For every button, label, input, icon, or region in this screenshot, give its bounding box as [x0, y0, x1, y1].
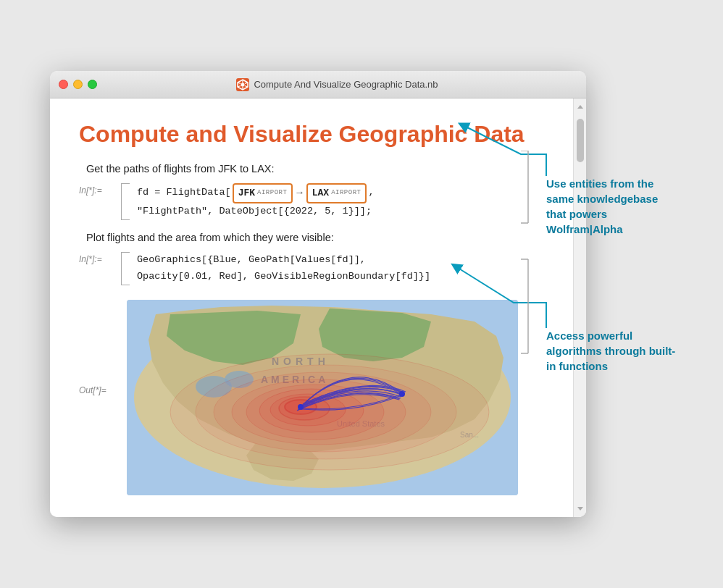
minimize-button[interactable] — [73, 80, 83, 89]
jfk-code: JFK — [238, 185, 255, 201]
wolfram-icon — [236, 78, 249, 91]
text-block-1: Get the paths of flights from JFK to LAX… — [86, 163, 559, 175]
annotations-panel: Use entities from the same knowledgebase… — [535, 71, 680, 516]
annotation-2-text: Access powerful algorithms through built… — [546, 328, 680, 374]
output-row: Out[*]= — [79, 291, 559, 495]
close-button[interactable] — [59, 80, 68, 89]
arrow-right: → — [296, 185, 302, 202]
cell-2-label: In[*]:= — [79, 252, 115, 264]
cell-2: In[*]:= GeoGraphics[{Blue, GeoPath[Value… — [79, 252, 559, 285]
lax-code: LAX — [312, 185, 329, 201]
code-fd-assign: fd = FlightData[ — [137, 185, 231, 201]
annotation-1: Use entities from the same knowledgebase… — [546, 176, 680, 237]
cell-2-line-2: Opacity[0.01, Red], GeoVisibleRegionBoun… — [137, 269, 559, 285]
lax-sub: AIRPORT — [331, 188, 361, 198]
cell-2-bracket — [121, 252, 130, 285]
notebook-window: Compute And Visualize Geographic Data.nb… — [50, 71, 586, 516]
cell-2-code[interactable]: GeoGraphics[{Blue, GeoPath[Values[fd]], … — [137, 252, 559, 285]
maximize-button[interactable] — [88, 80, 97, 89]
notebook-title: Compute and Visualize Geographic Data — [79, 120, 559, 148]
notebook-body: Compute and Visualize Geographic Data Ge… — [50, 98, 586, 516]
jfk-sub: AIRPORT — [257, 188, 287, 198]
cell-2-line-1: GeoGraphics[{Blue, GeoPath[Values[fd]], — [137, 252, 559, 269]
cell-1-row: In[*]:= fd = FlightData[ JFK AIRPORT — [79, 183, 559, 220]
cell-1-code[interactable]: fd = FlightData[ JFK AIRPORT → LAX AIRPO… — [137, 183, 559, 220]
notebook-content[interactable]: Compute and Visualize Geographic Data Ge… — [50, 98, 573, 516]
cell-2-row: In[*]:= GeoGraphics[{Blue, GeoPath[Value… — [79, 252, 559, 285]
svg-point-27 — [298, 404, 304, 410]
window-title: Compute And Visualize Geographic Data.nb — [97, 78, 577, 91]
svg-point-26 — [399, 391, 405, 397]
jfk-entity[interactable]: JFK AIRPORT — [233, 183, 293, 203]
cell-1-bracket — [121, 183, 130, 220]
titlebar: Compute And Visualize Geographic Data.nb — [50, 71, 586, 98]
code-comma: , — [368, 185, 374, 201]
out-label: Out[*]= — [79, 385, 106, 395]
annotation-2: Access powerful algorithms through built… — [546, 328, 680, 374]
svg-point-2 — [241, 83, 245, 86]
code-flight-path: "FlightPath", DateObject[{2022, 5, 1}]]; — [137, 203, 372, 220]
cell-1: In[*]:= fd = FlightData[ JFK AIRPORT — [79, 183, 559, 220]
map-output: NORTH AMERICA United States San... — [127, 300, 518, 495]
code-line-2: "FlightPath", DateObject[{2022, 5, 1}]]; — [137, 203, 559, 220]
cell-1-label: In[*]:= — [79, 183, 115, 196]
annotation-1-text: Use entities from the same knowledgebase… — [546, 176, 680, 237]
code-line-1: fd = FlightData[ JFK AIRPORT → LAX AIRPO… — [137, 183, 559, 203]
lax-entity[interactable]: LAX AIRPORT — [306, 183, 367, 203]
opacity-code: Opacity[0.01, Red], GeoVisibleRegionBoun… — [137, 269, 430, 285]
text-block-2: Plot flights and the area from which the… — [86, 232, 559, 243]
geo-graphics-code: GeoGraphics[{Blue, GeoPath[Values[fd]], — [137, 252, 366, 269]
traffic-lights — [59, 80, 97, 89]
